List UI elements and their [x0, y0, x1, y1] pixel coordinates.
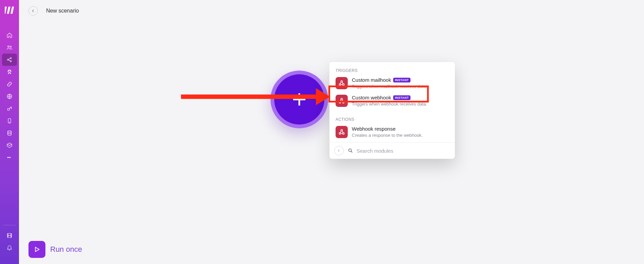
svg-point-23	[343, 84, 344, 86]
svg-point-18	[9, 157, 10, 158]
action-item-webhook-response[interactable]: Webhook response Creates a response to t…	[329, 125, 455, 142]
topbar: New scenario	[19, 0, 644, 22]
play-icon	[33, 246, 41, 253]
webhook-icon	[336, 95, 348, 107]
nav-connections[interactable]	[2, 78, 17, 90]
trigger-item-mailhook[interactable]: Custom mailhook INSTANT Triggers when ma…	[329, 76, 455, 93]
svg-point-22	[339, 84, 341, 86]
item-desc-text: Creates a response to the webhook.	[352, 133, 423, 138]
main-canvas: New scenario TRIGGERS Custom mailhook IN…	[19, 0, 644, 264]
run-once-button[interactable]	[28, 241, 45, 258]
item-title-text: Custom webhook	[352, 95, 391, 100]
nav-devices[interactable]	[2, 115, 17, 127]
svg-rect-0	[5, 7, 7, 14]
svg-point-28	[339, 133, 341, 134]
svg-point-26	[343, 101, 344, 103]
scenario-title[interactable]: New scenario	[46, 8, 79, 14]
nav-help[interactable]	[2, 229, 17, 242]
svg-point-13	[7, 108, 9, 110]
run-bar: Run once	[28, 241, 82, 258]
nav-notifications[interactable]	[2, 242, 17, 254]
svg-rect-2	[11, 7, 14, 14]
svg-point-29	[343, 133, 344, 134]
sidebar	[0, 0, 19, 264]
search-modules-input[interactable]	[357, 148, 450, 154]
back-button[interactable]	[28, 6, 38, 16]
add-module-halo	[270, 71, 328, 128]
nav-templates[interactable]	[2, 66, 17, 78]
panel-back-button[interactable]	[334, 146, 344, 155]
nav-more[interactable]	[2, 151, 17, 164]
plus-icon	[290, 90, 308, 109]
nav-scenarios[interactable]	[2, 54, 17, 66]
add-module-button[interactable]	[274, 74, 324, 125]
sidebar-separator	[3, 225, 16, 225]
item-desc-text: Triggers when webhook receives data.	[352, 101, 427, 107]
item-title-text: Webhook response	[352, 126, 396, 132]
run-once-label: Run once	[50, 245, 82, 254]
instant-badge: INSTANT	[393, 78, 410, 82]
svg-point-10	[8, 73, 9, 74]
module-picker-panel: TRIGGERS Custom mailhook INSTANT Trigger…	[329, 62, 455, 159]
item-desc-text: Triggers when mailhook receives data.	[352, 84, 427, 89]
svg-point-4	[10, 46, 12, 48]
svg-point-25	[339, 101, 341, 103]
svg-point-31	[349, 149, 351, 152]
logo	[5, 5, 14, 16]
panel-footer	[329, 142, 455, 159]
trigger-item-webhook[interactable]: Custom webhook INSTANT Triggers when web…	[329, 93, 455, 111]
instant-badge: INSTANT	[393, 95, 410, 100]
nav-data-structures[interactable]	[2, 139, 17, 151]
arrow-left-icon	[31, 8, 36, 13]
actions-header: ACTIONS	[329, 111, 455, 125]
nav-team[interactable]	[2, 41, 17, 54]
svg-point-15	[9, 122, 9, 122]
svg-rect-1	[7, 7, 10, 14]
nav-home[interactable]	[2, 29, 17, 41]
svg-point-9	[10, 70, 11, 71]
search-icon	[348, 148, 353, 153]
search-wrap	[348, 148, 450, 154]
item-title-text: Custom mailhook	[352, 77, 391, 83]
arrow-left-icon	[337, 149, 341, 153]
svg-point-11	[10, 73, 11, 74]
svg-point-8	[8, 70, 9, 71]
nav-webhooks[interactable]	[2, 90, 17, 102]
webhook-icon	[336, 77, 348, 89]
svg-point-16	[8, 131, 12, 132]
svg-point-17	[7, 157, 8, 158]
svg-point-3	[8, 46, 9, 48]
triggers-header: TRIGGERS	[329, 62, 455, 76]
webhook-icon	[336, 126, 348, 138]
nav-data-stores[interactable]	[2, 127, 17, 139]
sidebar-nav	[2, 29, 17, 164]
nav-keys[interactable]	[2, 102, 17, 115]
